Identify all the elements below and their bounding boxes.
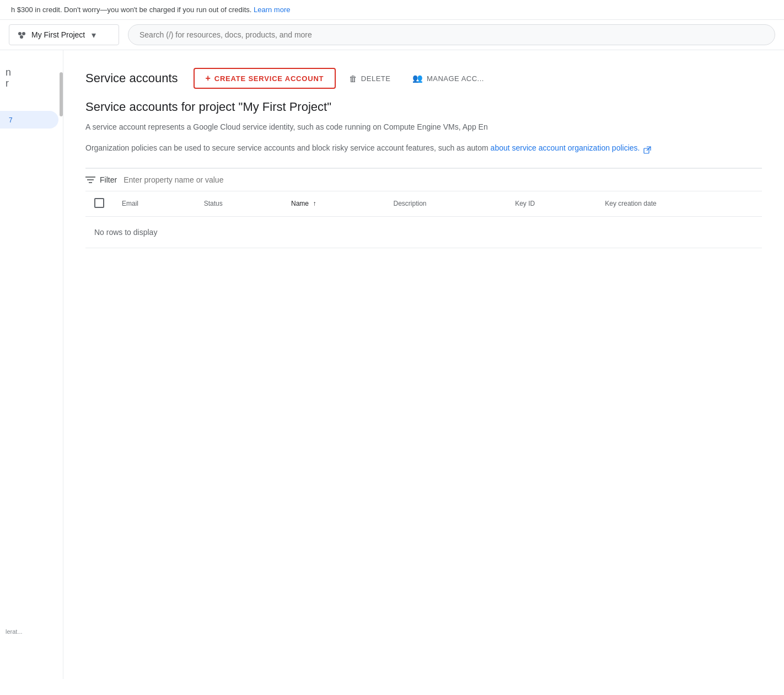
manage-icon: 👥	[412, 73, 423, 83]
manage-account-button[interactable]: 👥 MANAGE ACC...	[404, 69, 493, 88]
sidebar-scrollbar[interactable]	[60, 72, 63, 116]
table-header-name[interactable]: Name ↑	[282, 191, 384, 217]
table-header-checkbox[interactable]	[85, 191, 113, 217]
filter-label-group: Filter	[85, 175, 117, 184]
sidebar-letter-n: n	[6, 67, 11, 78]
content-title: Service accounts for project "My First P…	[85, 100, 762, 114]
content-desc-1: A service account represents a Google Cl…	[85, 121, 692, 133]
plus-icon: +	[206, 73, 211, 83]
table-header-email[interactable]: Email	[113, 191, 195, 217]
filter-icon	[85, 176, 95, 184]
key-creation-date-column-label: Key creation date	[605, 200, 656, 207]
header-bar: My First Project ▾	[0, 20, 784, 50]
delete-button[interactable]: 🗑 DELETE	[340, 70, 399, 88]
create-button-label: CREATE SERVICE ACCOUNT	[214, 74, 324, 83]
status-column-label: Status	[204, 200, 223, 207]
filter-bar: Filter	[85, 168, 762, 191]
svg-point-0	[18, 32, 22, 35]
service-accounts-table: Email Status Name ↑ Description	[85, 191, 762, 248]
dropdown-arrow-icon: ▾	[92, 30, 96, 40]
delete-button-label: DELETE	[361, 74, 391, 83]
table-header-key-creation-date[interactable]: Key creation date	[596, 191, 762, 217]
project-icon	[16, 29, 27, 40]
page-title: Service accounts	[85, 71, 178, 85]
learn-more-link[interactable]: Learn more	[254, 6, 290, 14]
manage-button-label: MANAGE ACC...	[427, 74, 484, 83]
project-name: My First Project	[31, 30, 85, 39]
table-header-row: Email Status Name ↑ Description	[85, 191, 762, 217]
top-banner: h $300 in credit. Don't worry—you won't …	[0, 0, 784, 20]
svg-point-2	[20, 35, 23, 39]
create-service-account-button[interactable]: + CREATE SERVICE ACCOUNT	[194, 68, 336, 89]
project-selector[interactable]: My First Project ▾	[9, 24, 119, 45]
sidebar-bottom-text: lerat...	[6, 628, 23, 635]
org-policies-link-text: about service account organization polic…	[491, 143, 640, 152]
banner-text: h $300 in credit. Don't worry—you won't …	[11, 6, 251, 14]
trash-icon: 🗑	[349, 74, 358, 83]
no-rows-text: No rows to display	[94, 228, 157, 237]
sidebar-active-label[interactable]: 7	[9, 116, 13, 124]
main-layout: n r 7 lerat... Service accounts + CREATE…	[0, 50, 784, 679]
description-column-label: Description	[394, 200, 427, 207]
name-column-label: Name	[291, 200, 309, 207]
filter-label: Filter	[100, 175, 117, 184]
divider-bottom	[85, 248, 762, 248]
table-header-key-id[interactable]: Key ID	[506, 191, 596, 217]
external-link-icon	[643, 145, 651, 153]
svg-point-1	[22, 32, 25, 35]
sidebar-letter-r: r	[6, 78, 9, 89]
content-desc-2: Organization policies can be used to sec…	[85, 142, 692, 154]
sidebar: n r 7 lerat...	[0, 50, 63, 679]
table-wrapper: Email Status Name ↑ Description	[85, 191, 762, 248]
org-policies-link[interactable]: about service account organization polic…	[491, 143, 652, 152]
sort-ascending-icon: ↑	[313, 200, 316, 207]
select-all-checkbox[interactable]	[94, 198, 104, 208]
search-input[interactable]	[128, 24, 775, 45]
table-header-description[interactable]: Description	[385, 191, 507, 217]
filter-input[interactable]	[123, 175, 762, 184]
no-rows-cell: No rows to display	[85, 216, 762, 248]
content-toolbar: Service accounts + CREATE SERVICE ACCOUN…	[85, 68, 762, 100]
email-column-label: Email	[122, 200, 138, 207]
main-content: Service accounts + CREATE SERVICE ACCOUN…	[63, 50, 784, 679]
content-desc2-prefix: Organization policies can be used to sec…	[85, 143, 488, 152]
table-header-status[interactable]: Status	[195, 191, 282, 217]
no-rows-row: No rows to display	[85, 216, 762, 248]
key-id-column-label: Key ID	[515, 200, 535, 207]
